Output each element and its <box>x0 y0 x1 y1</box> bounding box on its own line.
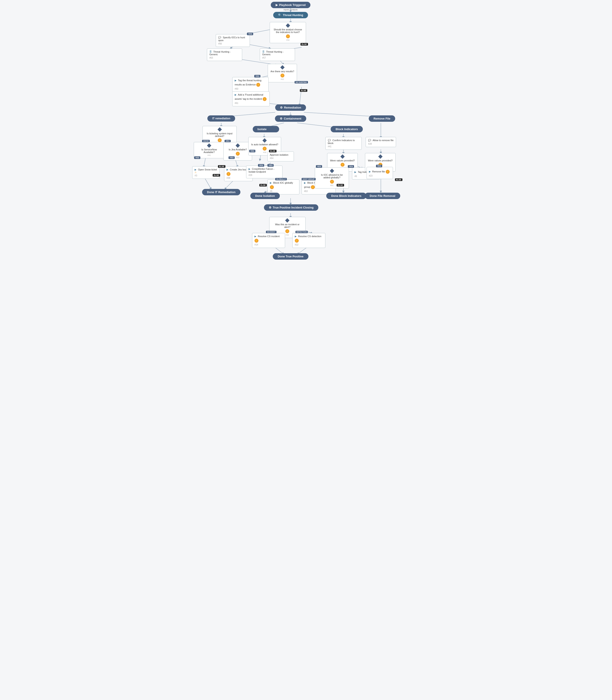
decision-diamond-8 <box>330 169 334 173</box>
label-detection: DETECTION <box>295 231 308 233</box>
lightning-icon-10: ⚡ <box>311 185 315 189</box>
snow-icon: ▶ <box>195 168 196 171</box>
q-any-results-node: Are there any results? ⚡ #62 <box>264 64 301 82</box>
lightning-icon-12: ⚡ <box>330 180 334 184</box>
label-yes-approve2: YES <box>267 164 274 167</box>
done-it-remediation-pill[interactable]: Done IT Remediation <box>202 189 240 195</box>
crowdstrike-isolate-box[interactable]: ▶ CrowdStrike Falcon - Isolate Endpoint … <box>246 166 282 178</box>
tag-results-node: ▶ Tag the threat hunting results as Evid… <box>232 77 268 92</box>
q-servicenow-node: Is ServiceNow Available? #41 <box>194 142 224 158</box>
label-else-remove: ELSE <box>395 178 402 181</box>
crowdstrike-icon: ▶ <box>249 167 250 170</box>
true-positive-icon: ⚙ <box>269 206 272 209</box>
isolate-node: Isolate <box>250 126 282 132</box>
done-block-pill[interactable]: Done Block Indicators <box>326 193 366 199</box>
lightning-icon-16: ⚡ <box>285 229 289 233</box>
label-yes-vals2: YES <box>376 165 382 167</box>
q-any-results-box[interactable]: Are there any results? ⚡ #62 <box>268 64 297 82</box>
label-yes-1: YES <box>247 32 253 35</box>
label-else-2: ELSE <box>300 89 307 92</box>
label-else-block-host: ELSE <box>337 184 344 187</box>
label-yes-vals1b: YES <box>348 165 354 168</box>
done-it-remediation-node: Done IT Remediation <box>200 189 242 195</box>
done-file-removal-pill[interactable]: Done File Removal <box>365 193 400 199</box>
tag-results-box[interactable]: ▶ Tag the threat hunting results as Evid… <box>232 77 268 92</box>
block-indicators-pill[interactable]: Block Indicators <box>331 126 363 132</box>
label-yes-2: YES <box>254 75 261 78</box>
label-else-block-global: ELSE <box>259 184 267 187</box>
label-else-1: ELSE <box>301 43 308 45</box>
lightning-icon-6: ⚡ <box>236 152 240 156</box>
resolve-icon-2: ▶ <box>295 235 296 237</box>
workflow-canvas: ▶ Playbook Triggered Inputs / Outputs 🔍 … <box>189 0 423 275</box>
it-remediation-pill[interactable]: IT remediation <box>207 115 235 122</box>
block-global-icon: ▶ <box>270 181 272 184</box>
label-host-group: HOST GROUP <box>302 178 316 180</box>
q-analyst-choose-node: Should the analyst choose the indicators… <box>268 22 307 43</box>
decision-diamond-6 <box>263 138 267 143</box>
label-yes-vals1: YES <box>316 165 322 168</box>
confirm-indicators-node: 💬 Confirm Indicators to block #41 <box>325 137 362 150</box>
crowdstrike-isolate-node: ▶ CrowdStrike Falcon - Isolate Endpoint … <box>246 166 282 178</box>
block-ioc-globally-box[interactable]: ▶ Block IOC globally ⚡ #6 <box>267 179 300 194</box>
it-remediation-node: IT remediation <box>200 115 242 122</box>
db-icon-1: 🗄 <box>209 51 212 53</box>
resolve-cs-detection-box[interactable]: ▶ Resolve CS detection ⚡ #22 <box>292 233 325 248</box>
label-snow: SNOW <box>202 140 210 142</box>
playbook-triggered-node: ▶ Playbook Triggered Inputs / Outputs <box>268 2 312 11</box>
allow-remove-box[interactable]: 💬 Allow to remove file #28 <box>366 137 396 147</box>
playbook-triggered-pill[interactable]: ▶ Playbook Triggered <box>271 2 311 8</box>
done-isolation-node: Done Isolation <box>248 193 283 199</box>
block-indicators-node: Block Indicators <box>326 126 367 132</box>
containment-icon: ⚙ <box>280 117 282 120</box>
decision-diamond-7 <box>340 154 345 159</box>
label-else-isolation: ELSE <box>269 150 277 152</box>
th-generic-1-node: 🗄 Threat Hunting - Generic #63 <box>207 49 242 61</box>
add-found-tag-box[interactable]: ▶ Add a 'Found additional assets' tag to… <box>232 91 270 106</box>
chat-icon-3: 💬 <box>368 139 371 141</box>
label-else-snow: ELSE <box>218 165 225 168</box>
open-snow-node: ▶ Open Snow ticket ⚠ #3 <box>192 166 220 179</box>
resolve-cs-detection-node: ▶ Resolve CS detection ⚡ #22 <box>292 233 325 248</box>
th-generic-2-box[interactable]: 🗄 Threat Hunting - Generic #57 <box>260 49 295 61</box>
true-positive-pill[interactable]: ⚙ True Positive Incident Closing <box>264 204 319 211</box>
approve-isolation-box[interactable]: Approve isolation #64 <box>267 151 294 161</box>
q-servicenow-box[interactable]: Is ServiceNow Available? #41 <box>194 142 224 158</box>
lightning-icon-1: ⚡ <box>286 35 290 38</box>
lightning-icon-4: ⚡ <box>263 97 267 101</box>
lightning-icon-8: ⚡ <box>263 147 267 151</box>
threat-hunting-pill[interactable]: 🔍 Threat Hunting <box>273 12 308 18</box>
remove-file-main-pill[interactable]: Remove File <box>369 115 395 122</box>
label-yes-snow: YES <box>194 156 200 159</box>
resolve-cs-incident-box[interactable]: ▶ Resolve CS incident ⚡ #14 <box>252 233 285 248</box>
specify-iocs-box[interactable]: 💬 Specify IOCs to hunt upon #56 <box>216 34 250 47</box>
tag-icon-2: ▶ <box>235 93 236 96</box>
decision-diamond-4 <box>207 143 211 148</box>
isolate-pill[interactable]: Isolate <box>253 126 279 132</box>
threat-hunting-node: 🔍 Threat Hunting <box>268 12 312 18</box>
playbook-icon: ▶ <box>276 3 278 6</box>
remove-file-main-node: Remove File <box>361 115 403 122</box>
remove-file-action-box[interactable]: ▶ Remove file ⚡ #23 <box>366 167 393 179</box>
done-true-positive-pill[interactable]: Done True Positive <box>273 253 308 260</box>
q-analyst-choose-box[interactable]: Should the analyst choose the indicators… <box>270 22 306 43</box>
label-yes-isolation: YES <box>249 150 255 152</box>
open-snow-box[interactable]: ▶ Open Snow ticket ⚠ #3 <box>192 166 219 179</box>
label-no-hunting: NO HUNTING <box>294 81 308 83</box>
th-generic-1-box[interactable]: 🗄 Threat Hunting - Generic #63 <box>207 49 242 61</box>
label-jira: JIRA <box>224 140 231 142</box>
th-generic-2-node: 🗄 Threat Hunting - Generic #57 <box>260 49 295 61</box>
containment-pill[interactable]: ⚙ Containment <box>275 115 306 122</box>
remediation-node: ⚙ Remediation <box>268 105 312 111</box>
lightning-icon-15: ⚡ <box>386 170 390 174</box>
confirm-indicators-box[interactable]: 💬 Confirm Indicators to block #41 <box>325 137 362 150</box>
true-positive-node: ⚙ True Positive Incident Closing <box>262 204 320 211</box>
done-isolation-pill[interactable]: Done Isolation <box>250 193 280 199</box>
resolve-icon-1: ▶ <box>254 235 256 237</box>
lightning-icon-3: ⚡ <box>256 83 260 87</box>
label-incident: INCIDENT <box>266 231 277 233</box>
resolve-cs-incident-node: ▶ Resolve CS incident ⚡ #14 <box>252 233 285 248</box>
remediation-pill[interactable]: ⚙ Remediation <box>275 105 306 111</box>
allow-remove-node: 💬 Allow to remove file #28 <box>363 137 399 147</box>
add-found-tag-node: ▶ Add a 'Found additional assets' tag to… <box>232 91 270 106</box>
